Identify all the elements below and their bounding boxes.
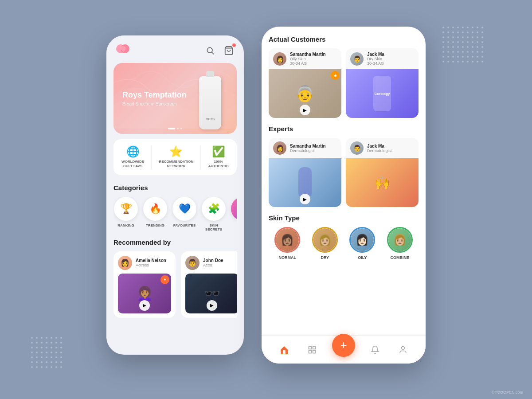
expert-jack-image: 🙌: [346, 158, 419, 207]
right-phone: Actual Customers 👩 Samantha Martin Oily …: [262, 27, 426, 364]
customers-grid: 👩 Samantha Martin Oily Skin 30-34 AG 👵 ★…: [269, 48, 419, 118]
play-button[interactable]: ▶: [139, 300, 150, 311]
skin-normal[interactable]: 👩🏽 NORMAL: [274, 227, 300, 260]
jack-age: 30-34 AG: [367, 61, 384, 66]
skin-secrets-label: SKIN SECRETS: [201, 223, 226, 231]
recommender-john[interactable]: 👨 John Doe Actor 🕶️ ▶: [181, 251, 237, 318]
svg-line-3: [212, 52, 214, 55]
svg-point-9: [401, 346, 404, 349]
jack-info: Jack Ma Dry Skin 30-34 AG: [367, 52, 384, 66]
expert-jack[interactable]: 👨 Jack Ma Dermatologist 🙌: [346, 138, 419, 207]
amelia-avatar: 👩: [118, 256, 132, 270]
more-icon: SA: [231, 197, 237, 221]
recommender-amelia[interactable]: 👩 Amelia Nelson Actress 👩‍🦱 + ▶: [113, 251, 176, 318]
categories-row: 🏆 RANKING 🔥 TRENDING 💙 FAVOURITES 🧩 SKIN…: [113, 197, 237, 231]
john-info: John Doe Actor: [203, 258, 223, 267]
play-button-2[interactable]: ▶: [207, 300, 217, 311]
play-samantha[interactable]: ▶: [300, 105, 310, 115]
skin-secrets-icon: 🧩: [202, 197, 226, 221]
nav-bell[interactable]: [367, 342, 383, 358]
expert-jack-name: Jack Ma: [367, 144, 392, 149]
category-more[interactable]: SA SA...: [231, 197, 237, 231]
top-bar: [106, 35, 244, 63]
feature-worldwide-label: WORLDWIDECULT FAVS: [121, 160, 144, 169]
normal-circle: 👩🏽: [274, 227, 300, 253]
cart-button[interactable]: [223, 44, 235, 57]
product-label: ROYS: [206, 117, 215, 121]
bottom-nav: +: [262, 335, 426, 364]
network-icon: ⭐: [169, 145, 183, 158]
hero-banner[interactable]: Roys Temptation Broad Spectrum Sunscreen…: [113, 63, 237, 134]
amelia-header: 👩 Amelia Nelson Actress: [118, 256, 171, 270]
john-avatar: 👨: [185, 256, 200, 270]
customer-samantha[interactable]: 👩 Samantha Martin Oily Skin 30-34 AG 👵 ★…: [269, 48, 341, 118]
categories-section: Categories 🏆 RANKING 🔥 TRENDING 💙 FAVOUR…: [106, 180, 244, 235]
john-role: Actor: [203, 263, 223, 267]
amelia-info: Amelia Nelson Actress: [136, 258, 166, 267]
banner-dots: [168, 128, 182, 129]
category-favourites[interactable]: 💙 FAVOURITES: [172, 197, 197, 231]
play-expert-samantha[interactable]: ▶: [300, 194, 310, 204]
dot-1: [177, 128, 179, 129]
customers-title: Actual Customers: [269, 35, 419, 43]
normal-label: NORMAL: [279, 255, 297, 260]
svg-rect-5: [309, 346, 312, 349]
favourites-label: FAVOURITES: [173, 223, 196, 227]
nav-home[interactable]: [276, 342, 292, 358]
oily-label: OILY: [358, 255, 367, 260]
skin-combine[interactable]: 👩🏼 COMBINE: [387, 227, 413, 260]
check-icon: ✅: [212, 145, 225, 158]
nav-grid[interactable]: [304, 342, 320, 358]
john-name: John Doe: [203, 258, 223, 263]
ranking-label: RANKING: [117, 223, 134, 227]
expert-samantha-avatar: 👩: [273, 141, 286, 155]
expert-jack-role: Dermatologist: [367, 149, 392, 153]
expert-jack-avatar: 👨: [350, 141, 364, 155]
expert-samantha[interactable]: 👩 Samantha Martin Dermatologist ▶: [269, 138, 341, 207]
expert-samantha-image: ▶: [269, 158, 341, 207]
amelia-name: Amelia Nelson: [136, 258, 166, 263]
svg-rect-6: [313, 346, 316, 349]
experts-grid: 👩 Samantha Martin Dermatologist ▶: [269, 138, 419, 207]
skin-dry[interactable]: 👩🏼 DRY: [312, 227, 338, 260]
ranking-icon: 🏆: [114, 197, 138, 221]
left-phone: Roys Temptation Broad Spectrum Sunscreen…: [106, 35, 244, 355]
categories-title: Categories: [113, 184, 237, 192]
dot-2: [180, 128, 182, 129]
jack-image: Curology: [346, 69, 419, 118]
bookmark-icon: +: [160, 275, 169, 284]
expert-samantha-header: 👩 Samantha Martin Dermatologist: [269, 138, 341, 158]
expert-jack-header: 👨 Jack Ma Dermatologist: [346, 138, 419, 158]
john-image: 🕶️ ▶: [185, 274, 237, 313]
samantha-age: 30-34 AG: [290, 61, 326, 66]
feature-authentic: ✅ 100%AUTHENTIC: [208, 145, 229, 169]
samantha-skin: Oily Skin: [290, 57, 326, 61]
expert-samantha-info: Samantha Martin Dermatologist: [290, 144, 326, 153]
star-badge: ★: [331, 71, 340, 80]
jack-name: Jack Ma: [367, 52, 384, 57]
dot-active: [168, 128, 175, 129]
globe-icon: 🌐: [126, 145, 140, 158]
trending-icon: 🔥: [143, 197, 167, 221]
customer-jack[interactable]: 👨 Jack Ma Dry Skin 30-34 AG Curology: [346, 48, 419, 118]
right-content: Actual Customers 👩 Samantha Martin Oily …: [262, 27, 426, 364]
samantha-name: Samantha Martin: [290, 52, 326, 57]
skin-oily[interactable]: 👩🏻 OILY: [349, 227, 375, 260]
nav-profile[interactable]: [395, 342, 411, 358]
svg-rect-7: [309, 350, 312, 353]
search-button[interactable]: [204, 44, 216, 57]
category-trending[interactable]: 🔥 TRENDING: [143, 197, 168, 231]
skin-type-row: 👩🏽 NORMAL 👩🏼 DRY 👩🏻 OILY: [269, 227, 419, 260]
samantha-image: 👵 ★ ▶: [269, 69, 341, 118]
recommended-title: Recommended by: [113, 239, 237, 246]
cart-badge: [232, 43, 236, 47]
category-skin-secrets[interactable]: 🧩 SKIN SECRETS: [201, 197, 226, 231]
banner-product: ROYS: [192, 72, 228, 134]
category-ranking[interactable]: 🏆 RANKING: [113, 197, 138, 231]
top-icons: [204, 44, 235, 57]
dry-label: DRY: [321, 255, 329, 260]
combine-circle: 👩🏼: [387, 227, 413, 253]
nav-fab-button[interactable]: +: [332, 334, 355, 357]
jack-header: 👨 Jack Ma Dry Skin 30-34 AG: [346, 48, 419, 69]
jack-skin: Dry Skin: [367, 57, 384, 61]
